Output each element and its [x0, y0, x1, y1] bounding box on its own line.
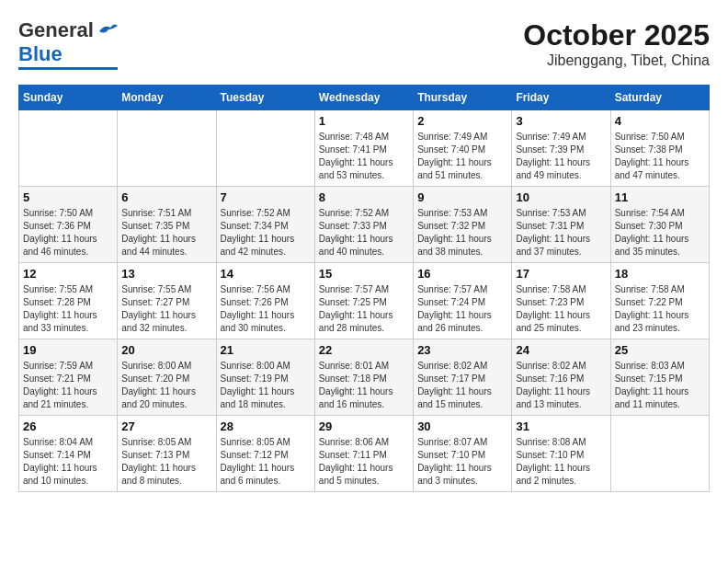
logo-bird-icon [97, 22, 118, 39]
calendar-week-row: 5Sunrise: 7:50 AM Sunset: 7:36 PM Daylig… [19, 187, 710, 263]
day-info: Sunrise: 7:59 AM Sunset: 7:21 PM Dayligh… [23, 360, 113, 411]
calendar-table: SundayMondayTuesdayWednesdayThursdayFrid… [18, 85, 710, 492]
day-number: 28 [221, 419, 311, 433]
calendar-day-cell: 30Sunrise: 8:07 AM Sunset: 7:10 PM Dayli… [414, 416, 512, 492]
day-info: Sunrise: 7:52 AM Sunset: 7:34 PM Dayligh… [221, 207, 311, 259]
day-number: 3 [516, 114, 606, 128]
day-info: Sunrise: 8:01 AM Sunset: 7:18 PM Dayligh… [319, 360, 409, 411]
day-info: Sunrise: 7:56 AM Sunset: 7:26 PM Dayligh… [221, 283, 311, 335]
day-info: Sunrise: 7:53 AM Sunset: 7:32 PM Dayligh… [417, 207, 507, 259]
day-info: Sunrise: 8:02 AM Sunset: 7:16 PM Dayligh… [516, 360, 606, 411]
day-info: Sunrise: 7:57 AM Sunset: 7:24 PM Dayligh… [417, 283, 507, 335]
day-number: 27 [121, 419, 211, 433]
page-header: General Blue October 2025 Jibenggang, Ti… [18, 18, 710, 70]
day-number: 21 [221, 343, 311, 357]
calendar-day-cell: 6Sunrise: 7:51 AM Sunset: 7:35 PM Daylig… [118, 187, 216, 263]
day-info: Sunrise: 7:55 AM Sunset: 7:27 PM Dayligh… [121, 283, 211, 335]
day-number: 15 [319, 267, 409, 281]
day-info: Sunrise: 8:07 AM Sunset: 7:10 PM Dayligh… [417, 436, 507, 488]
logo-blue-text: Blue [18, 42, 63, 66]
calendar-day-cell: 31Sunrise: 8:08 AM Sunset: 7:10 PM Dayli… [512, 416, 610, 492]
calendar-day-cell: 28Sunrise: 8:05 AM Sunset: 7:12 PM Dayli… [216, 416, 314, 492]
calendar-day-cell: 24Sunrise: 8:02 AM Sunset: 7:16 PM Dayli… [512, 339, 610, 416]
day-number: 9 [417, 190, 507, 204]
day-number: 20 [121, 343, 211, 357]
calendar-day-cell: 16Sunrise: 7:57 AM Sunset: 7:24 PM Dayli… [414, 263, 512, 339]
day-info: Sunrise: 7:57 AM Sunset: 7:25 PM Dayligh… [319, 283, 409, 335]
calendar-day-cell: 1Sunrise: 7:48 AM Sunset: 7:41 PM Daylig… [314, 110, 413, 187]
day-number: 23 [417, 343, 507, 357]
day-number: 13 [121, 267, 211, 281]
calendar-day-cell: 13Sunrise: 7:55 AM Sunset: 7:27 PM Dayli… [118, 263, 216, 339]
weekday-header-saturday: Saturday [610, 86, 709, 110]
calendar-week-row: 1Sunrise: 7:48 AM Sunset: 7:41 PM Daylig… [19, 110, 710, 187]
weekday-header-row: SundayMondayTuesdayWednesdayThursdayFrid… [19, 86, 710, 110]
calendar-day-cell [216, 110, 314, 187]
calendar-day-cell: 7Sunrise: 7:52 AM Sunset: 7:34 PM Daylig… [216, 187, 314, 263]
calendar-day-cell: 9Sunrise: 7:53 AM Sunset: 7:32 PM Daylig… [414, 187, 512, 263]
day-number: 25 [615, 343, 705, 357]
day-number: 10 [516, 190, 606, 204]
calendar-day-cell: 15Sunrise: 7:57 AM Sunset: 7:25 PM Dayli… [314, 263, 413, 339]
calendar-day-cell: 5Sunrise: 7:50 AM Sunset: 7:36 PM Daylig… [19, 187, 118, 263]
day-number: 29 [319, 419, 409, 433]
calendar-day-cell: 22Sunrise: 8:01 AM Sunset: 7:18 PM Dayli… [314, 339, 413, 416]
month-title: October 2025 [523, 18, 710, 52]
day-info: Sunrise: 8:04 AM Sunset: 7:14 PM Dayligh… [23, 436, 113, 488]
day-number: 19 [23, 343, 113, 357]
calendar-day-cell: 17Sunrise: 7:58 AM Sunset: 7:23 PM Dayli… [512, 263, 610, 339]
day-number: 18 [615, 267, 705, 281]
calendar-week-row: 12Sunrise: 7:55 AM Sunset: 7:28 PM Dayli… [19, 263, 710, 339]
day-number: 4 [615, 114, 705, 128]
calendar-day-cell: 23Sunrise: 8:02 AM Sunset: 7:17 PM Dayli… [414, 339, 512, 416]
day-info: Sunrise: 7:53 AM Sunset: 7:31 PM Dayligh… [516, 207, 606, 259]
day-number: 16 [417, 267, 507, 281]
day-info: Sunrise: 8:00 AM Sunset: 7:19 PM Dayligh… [221, 360, 311, 411]
day-number: 26 [23, 419, 113, 433]
calendar-day-cell: 21Sunrise: 8:00 AM Sunset: 7:19 PM Dayli… [216, 339, 314, 416]
day-info: Sunrise: 7:52 AM Sunset: 7:33 PM Dayligh… [319, 207, 409, 259]
day-info: Sunrise: 8:06 AM Sunset: 7:11 PM Dayligh… [319, 436, 409, 488]
title-block: October 2025 Jibenggang, Tibet, China [523, 18, 710, 69]
calendar-day-cell: 10Sunrise: 7:53 AM Sunset: 7:31 PM Dayli… [512, 187, 610, 263]
calendar-week-row: 26Sunrise: 8:04 AM Sunset: 7:14 PM Dayli… [19, 416, 710, 492]
logo-text: General [18, 18, 94, 42]
weekday-header-friday: Friday [512, 86, 610, 110]
calendar-week-row: 19Sunrise: 7:59 AM Sunset: 7:21 PM Dayli… [19, 339, 710, 416]
day-info: Sunrise: 8:05 AM Sunset: 7:12 PM Dayligh… [221, 436, 311, 488]
logo: General Blue [18, 18, 118, 70]
day-info: Sunrise: 7:50 AM Sunset: 7:36 PM Dayligh… [23, 207, 113, 259]
day-info: Sunrise: 7:50 AM Sunset: 7:38 PM Dayligh… [615, 131, 705, 182]
day-number: 30 [417, 419, 507, 433]
calendar-day-cell: 25Sunrise: 8:03 AM Sunset: 7:15 PM Dayli… [610, 339, 709, 416]
calendar-day-cell [610, 416, 709, 492]
day-info: Sunrise: 8:08 AM Sunset: 7:10 PM Dayligh… [516, 436, 606, 488]
day-info: Sunrise: 7:51 AM Sunset: 7:35 PM Dayligh… [121, 207, 211, 259]
calendar-day-cell: 4Sunrise: 7:50 AM Sunset: 7:38 PM Daylig… [610, 110, 709, 187]
day-info: Sunrise: 8:02 AM Sunset: 7:17 PM Dayligh… [417, 360, 507, 411]
day-number: 6 [121, 190, 211, 204]
calendar-day-cell: 14Sunrise: 7:56 AM Sunset: 7:26 PM Dayli… [216, 263, 314, 339]
day-number: 8 [319, 190, 409, 204]
calendar-day-cell [19, 110, 118, 187]
weekday-header-sunday: Sunday [19, 86, 118, 110]
day-number: 5 [23, 190, 113, 204]
day-number: 17 [516, 267, 606, 281]
calendar-day-cell: 2Sunrise: 7:49 AM Sunset: 7:40 PM Daylig… [414, 110, 512, 187]
calendar-day-cell: 11Sunrise: 7:54 AM Sunset: 7:30 PM Dayli… [610, 187, 709, 263]
day-info: Sunrise: 7:54 AM Sunset: 7:30 PM Dayligh… [615, 207, 705, 259]
weekday-header-thursday: Thursday [414, 86, 512, 110]
calendar-day-cell: 27Sunrise: 8:05 AM Sunset: 7:13 PM Dayli… [118, 416, 216, 492]
day-info: Sunrise: 8:03 AM Sunset: 7:15 PM Dayligh… [615, 360, 705, 411]
weekday-header-monday: Monday [118, 86, 216, 110]
day-info: Sunrise: 7:49 AM Sunset: 7:39 PM Dayligh… [516, 131, 606, 182]
day-number: 7 [221, 190, 311, 204]
day-info: Sunrise: 7:58 AM Sunset: 7:23 PM Dayligh… [516, 283, 606, 335]
day-info: Sunrise: 8:05 AM Sunset: 7:13 PM Dayligh… [121, 436, 211, 488]
calendar-day-cell: 18Sunrise: 7:58 AM Sunset: 7:22 PM Dayli… [610, 263, 709, 339]
day-number: 11 [615, 190, 705, 204]
weekday-header-wednesday: Wednesday [314, 86, 413, 110]
location-subtitle: Jibenggang, Tibet, China [523, 52, 710, 69]
calendar-day-cell: 26Sunrise: 8:04 AM Sunset: 7:14 PM Dayli… [19, 416, 118, 492]
day-number: 2 [417, 114, 507, 128]
